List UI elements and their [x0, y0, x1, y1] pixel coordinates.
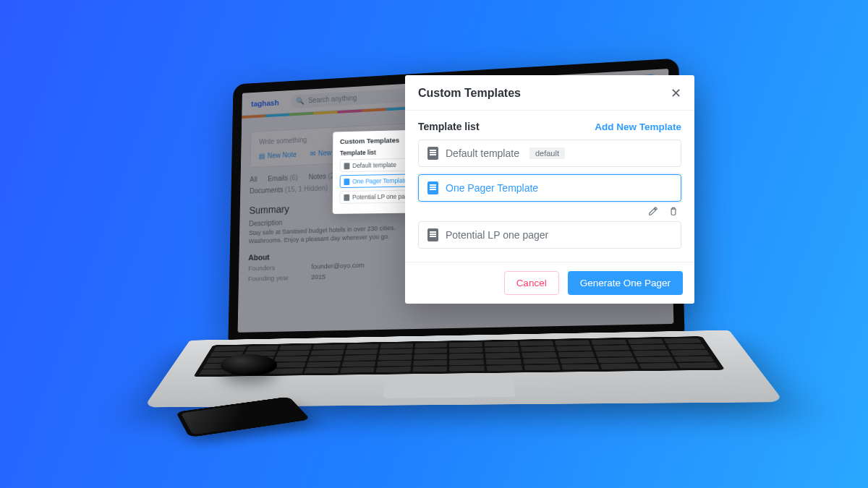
- tab-emails[interactable]: Emails (6): [268, 174, 298, 182]
- close-icon[interactable]: ✕: [671, 87, 681, 100]
- brand-logo: taghash: [251, 98, 279, 108]
- tab-emails-label: Emails: [268, 174, 288, 183]
- about-block: About Founders founder@oyo.com Founding …: [248, 250, 365, 283]
- generate-one-pager-button[interactable]: Generate One Pager: [568, 271, 683, 295]
- about-heading: About: [248, 250, 365, 262]
- template-list-label: Template list: [418, 121, 480, 132]
- dialog-body: Template list Add New Template Default t…: [405, 111, 694, 262]
- template-name: Potential LP one pager: [446, 229, 548, 241]
- mini-row-label: Default template: [352, 161, 396, 169]
- subtab-documents-label: Documents: [250, 186, 284, 194]
- search-placeholder: Search anything: [308, 94, 357, 104]
- document-icon: [344, 194, 349, 200]
- template-row-lp[interactable]: Potential LP one pager: [418, 221, 681, 249]
- note-icon: ▤: [259, 153, 265, 160]
- template-name: Default template: [446, 147, 519, 159]
- default-badge: default: [529, 147, 565, 159]
- founding-year-label: Founding year: [248, 274, 295, 283]
- trackpad: [383, 376, 516, 398]
- add-new-template-button[interactable]: Add New Template: [595, 121, 681, 132]
- founders-value: founder@oyo.com: [311, 261, 365, 270]
- keys-grid: [193, 336, 725, 377]
- search-icon: 🔍: [296, 97, 304, 105]
- dialog-title: Custom Templates: [418, 87, 521, 100]
- custom-templates-dialog: Custom Templates ✕ Template list Add New…: [405, 75, 694, 304]
- subtab-documents-meta: (15, 1 Hidden): [285, 184, 328, 194]
- delete-icon[interactable]: [668, 206, 678, 218]
- document-icon: [427, 228, 438, 241]
- dialog-footer: Cancel Generate One Pager: [405, 262, 694, 304]
- tab-emails-count: (6): [289, 174, 297, 181]
- document-icon: [427, 147, 438, 160]
- tab-notes-label: Notes: [308, 173, 326, 181]
- template-row-actions: [418, 206, 681, 221]
- search-input[interactable]: 🔍 Search anything: [291, 87, 412, 108]
- template-name: One Pager Template: [446, 182, 538, 194]
- tab-all[interactable]: All: [250, 176, 257, 184]
- lens-cap-prop: [221, 354, 277, 376]
- document-icon: [427, 181, 438, 194]
- template-row-default[interactable]: Default template default: [418, 140, 681, 167]
- founders-label: Founders: [248, 263, 295, 272]
- edit-icon[interactable]: [648, 206, 658, 218]
- founding-year-value: 2015: [311, 273, 326, 281]
- promo-stage: taghash 🔍 Search anything Trending Add d…: [0, 0, 868, 488]
- dialog-header: Custom Templates ✕: [405, 75, 694, 111]
- subtab-documents[interactable]: Documents (15, 1 Hidden): [250, 184, 328, 199]
- document-icon: [344, 179, 349, 185]
- cancel-button[interactable]: Cancel: [504, 271, 559, 295]
- mini-row-label: One Pager Template: [352, 177, 407, 185]
- template-row-onepager[interactable]: One Pager Template: [418, 174, 681, 202]
- mail-icon: ✉: [310, 150, 315, 158]
- document-icon: [344, 163, 350, 169]
- new-note-label: New Note: [268, 150, 297, 159]
- new-note-button[interactable]: ▤ New Note: [259, 150, 297, 160]
